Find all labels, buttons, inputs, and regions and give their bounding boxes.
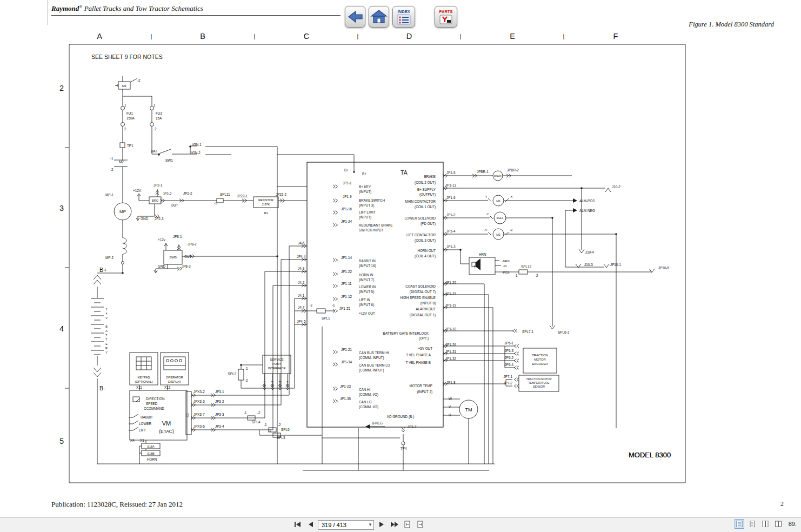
schematic-label: -1 xyxy=(332,303,335,307)
schematic-label: (INPUT 2) xyxy=(417,390,432,394)
schematic-label: JP1-32 xyxy=(445,357,456,361)
schematic-label: X12 xyxy=(164,385,171,389)
last-page-button[interactable] xyxy=(389,519,400,530)
schematic-label: BRAKE xyxy=(424,175,436,178)
schematic-label: B+ KEY xyxy=(359,185,371,189)
schematic-label: JP1-11 xyxy=(341,282,352,285)
schematic-label: BRAKE SWITCH xyxy=(359,198,385,202)
schematic-label: H xyxy=(474,264,477,268)
schematic-label: HIGH SPEED ENABLE xyxy=(401,296,436,300)
junction-dot xyxy=(551,217,553,219)
schematic-label: JP1-13 xyxy=(445,183,456,187)
schematic-canvas: SEE SHEET 9 FOR NOTES-1M1-21FU1150A21FU3… xyxy=(0,0,801,514)
view-mode-group: 89. xyxy=(735,519,797,529)
schematic-label: X11 xyxy=(136,385,142,389)
schematic-label: (INPUT 8) xyxy=(420,301,436,305)
schematic-label: -Y xyxy=(484,195,488,198)
hrn-horn-box xyxy=(469,257,495,275)
b-neg-arrow xyxy=(365,424,370,429)
schematic-label: JP1-9 xyxy=(343,195,352,198)
schematic-label: +12V OUT xyxy=(359,311,375,315)
schematic-label: JP1-2 xyxy=(446,213,456,217)
first-page-button[interactable] xyxy=(292,519,303,530)
schematic-label: MAIN CONTACTOR xyxy=(405,200,436,203)
schematic-label: (COIL 4 OUT) xyxy=(415,254,436,258)
next-page-button[interactable] xyxy=(376,519,387,530)
schematic-label: SPL2 xyxy=(228,372,237,376)
schematic-label: GND xyxy=(158,264,165,268)
single-page-mode-icon[interactable] xyxy=(747,519,757,529)
fu1-terminal-bottom xyxy=(121,123,125,127)
schematic-label: (DIGITAL OUT 7) xyxy=(410,290,436,294)
schematic-label: JP1-35 xyxy=(340,397,351,401)
schematic-label: MP-1 xyxy=(105,193,114,197)
connector-chevron xyxy=(333,211,338,214)
schematic-label: J4-7 xyxy=(298,305,305,309)
schematic-label: LIFT LIMIT xyxy=(359,210,376,214)
schematic-label: -1 xyxy=(116,83,119,87)
schematic-label: E xyxy=(105,342,108,345)
schematic-label: JP1-1 xyxy=(343,181,352,185)
schematic-label: JPX3-3 xyxy=(193,400,205,403)
facing-mode-icon[interactable] xyxy=(773,519,783,529)
scrolling-mode-icon[interactable] xyxy=(735,519,744,529)
schematic-label: (COIL 3 OUT) xyxy=(415,238,436,243)
schematic-label: JP2-2 xyxy=(163,192,172,196)
schematic-label: CAN BUS TERM HI xyxy=(359,351,389,355)
junction-dot xyxy=(240,364,242,366)
schematic-label: E xyxy=(510,32,515,41)
schematic-label: ALARM OUT xyxy=(416,307,436,311)
junction-dot xyxy=(122,272,124,274)
previous-view-button[interactable] xyxy=(402,519,413,530)
schematic-label: -IN xyxy=(503,264,506,268)
schematic-label: -2 xyxy=(535,274,538,277)
schematic-label: HORN IN xyxy=(359,273,373,277)
continuous-mode-icon[interactable] xyxy=(760,519,770,529)
schematic-label: (INPUT 6) xyxy=(359,303,374,307)
schematic-label: VM xyxy=(162,420,171,427)
schematic-label: JP2-3 xyxy=(155,217,164,221)
schematic-label: JP10-5 xyxy=(658,266,669,270)
last-page-icon xyxy=(390,521,399,528)
schematic-label: B+ xyxy=(99,267,107,273)
next-view-button[interactable] xyxy=(415,519,426,530)
schematic-label: B-NEG xyxy=(372,421,383,425)
schematic-label: JP1-25 xyxy=(339,307,350,310)
previous-page-button[interactable] xyxy=(305,519,316,530)
schematic-label: SPL6-1 xyxy=(558,330,570,334)
spl1-splice xyxy=(317,309,325,313)
schematic-label: -2 xyxy=(257,411,261,415)
schematic-label: TP1 xyxy=(127,144,134,148)
schematic-label: LIFT IN xyxy=(359,298,370,302)
schematic-label: 3 xyxy=(59,204,64,212)
schematic-label: T xyxy=(105,338,108,341)
schematic-label: BAT xyxy=(151,149,157,153)
schematic-label: M1 xyxy=(496,200,500,203)
schematic-label: JP3-4 xyxy=(215,424,224,428)
schematic-label: 1 xyxy=(153,103,156,107)
schematic-label: -1 xyxy=(214,201,217,205)
schematic-label: | xyxy=(151,33,152,39)
connector-chevron xyxy=(515,378,519,381)
schematic-label: B+ xyxy=(362,172,366,176)
junction-dot xyxy=(615,233,617,235)
next-page-icon xyxy=(378,521,385,528)
schematic-label: S18B xyxy=(147,452,155,455)
schematic-label: JP1-31 xyxy=(445,350,456,354)
schematic-label: J4-1 xyxy=(298,294,305,297)
schematic-label: MODEL 8300 xyxy=(629,451,671,459)
schematic-label: (OUTPUT) xyxy=(419,192,436,197)
schematic-label: SPL3 xyxy=(277,436,285,440)
schematic-label: JP1-23 xyxy=(340,384,351,388)
schematic-label: A xyxy=(97,32,102,41)
page-number-input[interactable] xyxy=(318,520,374,530)
next-view-icon xyxy=(417,521,424,528)
schematic-label: -1 xyxy=(110,156,114,160)
schematic-label: M1 xyxy=(122,84,127,88)
schematic-label: 2 xyxy=(124,127,126,131)
schematic-label: CAN BUS TERM LO xyxy=(359,363,390,367)
schematic-label: JP2-2 xyxy=(183,191,192,195)
schematic-label: -X xyxy=(510,229,513,232)
schematic-label: (INPUT) xyxy=(359,215,371,220)
schematic-label: LIFT CONTACTOR xyxy=(406,233,436,237)
